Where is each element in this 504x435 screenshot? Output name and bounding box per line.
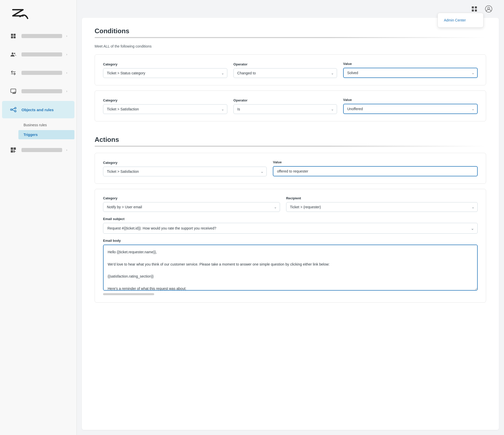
condition-2-operator-wrapper: Is [233, 104, 337, 114]
condition-1-category-select[interactable]: Ticket > Status category [103, 68, 227, 78]
action-2-category-label: Category [103, 196, 280, 200]
chevron-down-icon: › [66, 89, 67, 93]
chevron-down-icon: › [66, 34, 67, 38]
svg-rect-21 [472, 9, 474, 12]
admin-center-item[interactable]: Admin Center [438, 15, 483, 25]
chevron-down-icon: › [66, 71, 67, 75]
svg-rect-13 [11, 147, 13, 150]
action-fields-2: Category Notify by > User email Recipien… [103, 196, 478, 212]
condition-1-value-label: Value [343, 62, 478, 66]
condition-1-value-wrapper: Solved [343, 68, 478, 78]
condition-2-category-select[interactable]: Ticket > Satisfaction [103, 104, 227, 114]
condition-1-operator-wrapper: Changed to [233, 68, 337, 78]
top-bar: Admin Center [77, 0, 504, 18]
condition-2-value-wrapper: Unoffered [343, 104, 478, 114]
condition-2-category-group: Category Ticket > Satisfaction [103, 98, 227, 114]
condition-2-category-label: Category [103, 98, 227, 102]
user-profile-icon[interactable] [484, 4, 494, 14]
condition-2-value-label: Value [343, 98, 478, 102]
conditions-divider [95, 37, 486, 38]
sidebar-navigation: › › › › [0, 27, 76, 435]
condition-1-category-wrapper: Ticket > Status category [103, 68, 227, 78]
sidebar-item-arrows-label [21, 71, 62, 75]
sidebar-item-objects-rules-label: Objects and rules [21, 108, 67, 112]
sidebar-item-grid-add-label [21, 148, 62, 152]
action-fields-1: Category Ticket > Satisfaction Value [103, 160, 478, 176]
action-1-category-wrapper: Ticket > Satisfaction [103, 167, 267, 176]
condition-row-1: Category Ticket > Status category Operat… [95, 54, 486, 85]
action-1-value-group: Value [273, 160, 478, 176]
sidebar-item-objects-rules[interactable]: Objects and rules [2, 101, 74, 118]
action-2-category-group: Category Notify by > User email [103, 196, 280, 212]
sidebar-item-building[interactable]: › [2, 27, 74, 45]
action-2-category-select[interactable]: Notify by > User email [103, 202, 280, 212]
action-1-value-input[interactable] [273, 166, 478, 176]
sidebar-item-building-label [21, 34, 62, 38]
svg-point-10 [10, 109, 12, 110]
email-subject-input[interactable] [103, 223, 478, 234]
grid-add-icon [9, 146, 17, 154]
condition-2-operator-label: Operator [233, 98, 337, 102]
sidebar-item-people[interactable]: › [2, 46, 74, 63]
svg-rect-1 [14, 34, 16, 36]
sidebar-item-arrows[interactable]: › [2, 64, 74, 82]
condition-2-value-select[interactable]: Unoffered [343, 104, 478, 114]
zendesk-logo [10, 8, 31, 22]
sidebar-item-monitor-label [21, 89, 62, 93]
condition-fields-1: Category Ticket > Status category Operat… [103, 62, 478, 78]
svg-rect-14 [14, 147, 16, 150]
condition-1-operator-select[interactable]: Changed to [233, 68, 337, 78]
email-body-textarea[interactable]: Hello {{ticket.requester.name}}, We'd lo… [103, 245, 478, 291]
svg-point-11 [15, 107, 16, 109]
actions-section-title: Actions [95, 127, 486, 146]
sub-navigation: Business rules Triggers [0, 119, 76, 141]
action-2-recipient-select[interactable]: Ticket > (requester) [286, 202, 478, 212]
condition-1-category-group: Category Ticket > Status category [103, 62, 227, 78]
sidebar-item-monitor[interactable]: › [2, 83, 74, 100]
condition-2-operator-select[interactable]: Is [233, 104, 337, 114]
svg-rect-0 [11, 34, 13, 36]
email-body-label: Email body [103, 239, 478, 243]
svg-point-24 [488, 7, 490, 9]
condition-1-value-select[interactable]: Solved [343, 68, 478, 78]
condition-2-category-wrapper: Ticket > Satisfaction [103, 104, 227, 114]
email-subject-wrapper [103, 223, 478, 234]
svg-point-5 [14, 53, 15, 54]
action-1-category-select[interactable]: Ticket > Satisfaction [103, 167, 267, 176]
conditions-subtitle: Meet ALL of the following conditions [95, 44, 486, 48]
svg-point-12 [15, 110, 16, 112]
svg-rect-19 [472, 6, 474, 8]
sidebar-item-triggers[interactable]: Triggers [18, 130, 74, 139]
svg-point-4 [12, 53, 14, 54]
top-bar-icons [469, 4, 494, 14]
apps-grid-icon[interactable] [469, 4, 479, 14]
email-body-scrollbar[interactable] [103, 293, 154, 295]
chevron-down-icon: › [66, 148, 67, 152]
condition-2-value-group: Value Unoffered [343, 98, 478, 114]
svg-rect-3 [14, 36, 16, 38]
action-row-1: Category Ticket > Satisfaction Value [95, 153, 486, 184]
condition-fields-2: Category Ticket > Satisfaction Operator … [103, 98, 478, 114]
condition-1-operator-label: Operator [233, 62, 337, 66]
svg-rect-15 [11, 150, 13, 153]
actions-divider [95, 146, 486, 147]
action-1-category-group: Category Ticket > Satisfaction [103, 161, 267, 176]
svg-rect-20 [475, 6, 477, 8]
sidebar: › › › › [0, 0, 77, 435]
sidebar-item-business-rules[interactable]: Business rules [18, 120, 74, 130]
condition-1-operator-group: Operator Changed to [233, 62, 337, 78]
email-subject-label: Email subject [103, 217, 478, 221]
monitor-icon [9, 87, 17, 95]
svg-rect-16 [14, 150, 15, 153]
action-2-recipient-group: Recipient Ticket > (requester) [286, 196, 478, 212]
action-1-category-label: Category [103, 161, 267, 165]
action-1-value-label: Value [273, 160, 478, 164]
sidebar-item-grid-add[interactable]: › [2, 141, 74, 159]
objects-rules-icon [9, 106, 17, 114]
admin-center-dropdown: Admin Center [438, 13, 484, 28]
logo-container [0, 0, 76, 27]
email-subject-section: Email subject [103, 217, 478, 234]
action-2-recipient-wrapper: Ticket > (requester) [286, 202, 478, 212]
condition-1-category-label: Category [103, 62, 227, 66]
main-content: Admin Center Conditions Meet ALL of the … [77, 0, 504, 435]
